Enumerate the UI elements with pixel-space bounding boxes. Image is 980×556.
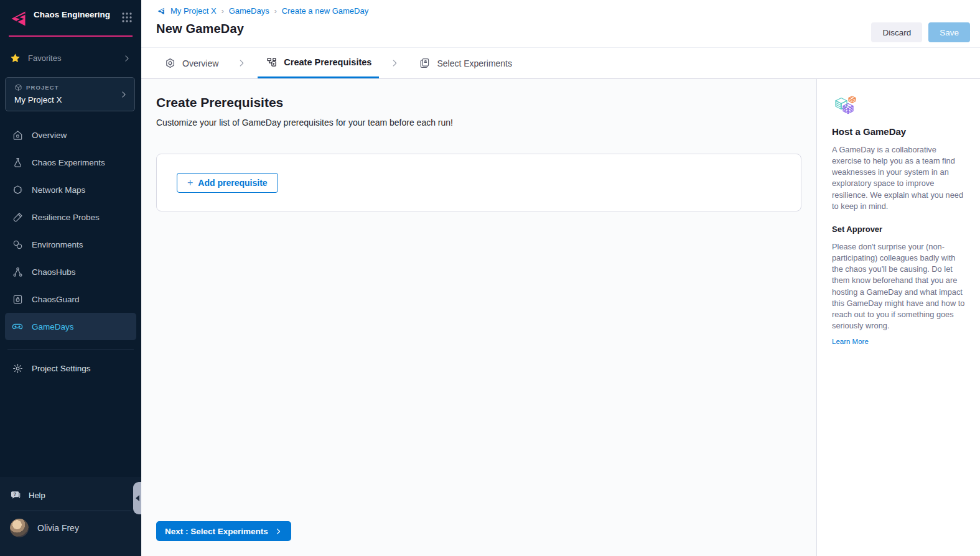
breadcrumb-link-project[interactable]: My Project X bbox=[170, 6, 217, 16]
star-icon bbox=[10, 53, 21, 63]
lock-shield-icon bbox=[11, 293, 24, 305]
add-prerequisite-label: Add prerequisite bbox=[198, 178, 267, 188]
learn-more-link[interactable]: Learn More bbox=[832, 338, 869, 345]
sidebar-footer: ? Help Olivia Frey bbox=[0, 477, 141, 556]
project-selector[interactable]: PROJECT My Project X bbox=[5, 77, 135, 111]
brand-accent-divider bbox=[9, 35, 133, 37]
help-panel-section-body: Please don't surprise your (non-particip… bbox=[832, 241, 965, 331]
sidebar-item-label: Overview bbox=[32, 131, 67, 140]
help-panel-intro: A GameDay is a collaborative exercise to… bbox=[832, 144, 965, 212]
sidebar-item-overview[interactable]: Overview bbox=[0, 121, 141, 149]
sidebar-item-label: GameDays bbox=[32, 322, 74, 331]
brand-header: Chaos Engineering bbox=[0, 0, 141, 28]
avatar bbox=[10, 519, 29, 537]
main-content: Create Prerequisites Customize your list… bbox=[141, 79, 816, 556]
tab-label: Create Prerequisites bbox=[284, 57, 371, 67]
page-title: New GameDay bbox=[156, 22, 970, 36]
cubes-cluster-icon bbox=[832, 93, 965, 116]
breadcrumb-separator: › bbox=[274, 7, 277, 16]
left-sidebar: Chaos Engineering Favorites bbox=[0, 0, 141, 556]
sidebar-nav: Overview Chaos Experiments Network Maps bbox=[0, 121, 141, 340]
chevron-right-icon bbox=[123, 54, 131, 63]
sidebar-item-label: Network Maps bbox=[32, 185, 85, 195]
user-profile[interactable]: Olivia Frey bbox=[0, 511, 141, 537]
breadcrumb: My Project X › GameDays › Create a new G… bbox=[156, 6, 970, 16]
sidebar-divider bbox=[7, 349, 134, 350]
sidebar-item-label: Chaos Experiments bbox=[32, 158, 105, 167]
content-row: Create Prerequisites Customize your list… bbox=[141, 79, 980, 556]
sidebar-item-gamedays[interactable]: GameDays bbox=[5, 313, 136, 340]
environments-icon bbox=[11, 238, 24, 251]
chaos-engineering-logo-icon bbox=[9, 9, 27, 28]
gear-icon bbox=[11, 362, 24, 374]
project-settings-label: Project Settings bbox=[32, 364, 91, 373]
sidebar-item-network-maps[interactable]: Network Maps bbox=[0, 176, 141, 203]
step-separator-icon bbox=[379, 48, 411, 78]
gamepad-icon bbox=[11, 320, 24, 333]
help-panel: Host a GameDay A GameDay is a collaborat… bbox=[816, 79, 980, 556]
chevron-left-icon bbox=[136, 495, 139, 501]
favorites-label: Favorites bbox=[28, 53, 115, 63]
svg-text:?: ? bbox=[13, 491, 16, 497]
app-root: Chaos Engineering Favorites bbox=[0, 0, 980, 556]
home-icon bbox=[11, 129, 24, 141]
tab-select-experiments[interactable]: Select Experiments bbox=[411, 48, 520, 78]
help-panel-section-title: Set Approver bbox=[832, 225, 965, 234]
hexagon-icon bbox=[11, 183, 24, 196]
sidebar-collapse-handle[interactable] bbox=[133, 482, 141, 514]
save-button[interactable]: Save bbox=[928, 22, 970, 42]
tab-overview[interactable]: Overview bbox=[156, 48, 226, 78]
step-separator-icon bbox=[226, 48, 258, 78]
hexagon-gear-icon bbox=[164, 57, 176, 70]
breadcrumb-link-current[interactable]: Create a new GameDay bbox=[282, 6, 368, 16]
add-prerequisite-button[interactable]: + Add prerequisite bbox=[177, 173, 278, 193]
flowchart-icon bbox=[265, 56, 278, 68]
chevron-right-icon bbox=[274, 527, 282, 535]
sidebar-item-environments[interactable]: Environments bbox=[0, 231, 141, 258]
prerequisites-card: + Add prerequisite bbox=[156, 154, 801, 211]
plus-icon: + bbox=[187, 178, 193, 188]
harness-breadcrumb-icon bbox=[156, 7, 166, 16]
sidebar-item-label: ChaosGuard bbox=[32, 295, 80, 304]
help-panel-title: Host a GameDay bbox=[832, 126, 965, 137]
next-select-experiments-button[interactable]: Next : Select Experiments bbox=[156, 521, 291, 541]
network-nodes-icon bbox=[11, 266, 24, 278]
sidebar-item-label: Resilience Probes bbox=[32, 213, 100, 222]
main-column: My Project X › GameDays › Create a new G… bbox=[141, 0, 980, 556]
tab-create-prerequisites[interactable]: Create Prerequisites bbox=[258, 48, 379, 78]
sidebar-item-chaoshubs[interactable]: ChaosHubs bbox=[0, 258, 141, 285]
project-kicker: PROJECT bbox=[26, 84, 59, 91]
sidebar-item-label: ChaosHubs bbox=[32, 267, 76, 277]
test-tube-icon bbox=[11, 211, 24, 223]
brand-title: Chaos Engineering bbox=[34, 9, 121, 20]
sidebar-item-label: Environments bbox=[32, 240, 83, 249]
sidebar-item-chaos-experiments[interactable]: Chaos Experiments bbox=[0, 149, 141, 176]
sidebar-item-project-settings[interactable]: Project Settings bbox=[0, 354, 141, 382]
sidebar-item-favorites[interactable]: Favorites bbox=[10, 53, 131, 63]
tab-label: Overview bbox=[182, 58, 218, 68]
app-grid-icon[interactable] bbox=[121, 12, 133, 23]
breadcrumb-separator: › bbox=[222, 7, 224, 16]
wizard-stepper: Overview Create Prerequisites bbox=[141, 48, 980, 79]
sidebar-item-chaosguard[interactable]: ChaosGuard bbox=[0, 285, 141, 313]
next-button-label: Next : Select Experiments bbox=[165, 527, 268, 536]
page-header: My Project X › GameDays › Create a new G… bbox=[141, 0, 980, 48]
project-name: My Project X bbox=[14, 95, 127, 104]
discard-button[interactable]: Discard bbox=[871, 22, 922, 42]
sidebar-item-resilience-probes[interactable]: Resilience Probes bbox=[0, 203, 141, 231]
content-subheading: Customize your list of GameDay prerequis… bbox=[156, 118, 801, 127]
breadcrumb-link-gamedays[interactable]: GameDays bbox=[229, 6, 269, 16]
chevron-right-icon bbox=[119, 90, 128, 99]
stacked-experiments-icon bbox=[418, 57, 431, 70]
content-heading: Create Prerequisites bbox=[156, 95, 801, 110]
help-label: Help bbox=[29, 491, 45, 500]
cube-icon bbox=[14, 83, 22, 91]
flask-icon bbox=[11, 156, 24, 169]
help-chat-icon: ? bbox=[10, 489, 21, 501]
header-actions: Discard Save bbox=[871, 22, 970, 42]
tab-label: Select Experiments bbox=[437, 58, 512, 68]
help-button[interactable]: ? Help bbox=[0, 477, 141, 501]
user-name: Olivia Frey bbox=[37, 523, 79, 533]
